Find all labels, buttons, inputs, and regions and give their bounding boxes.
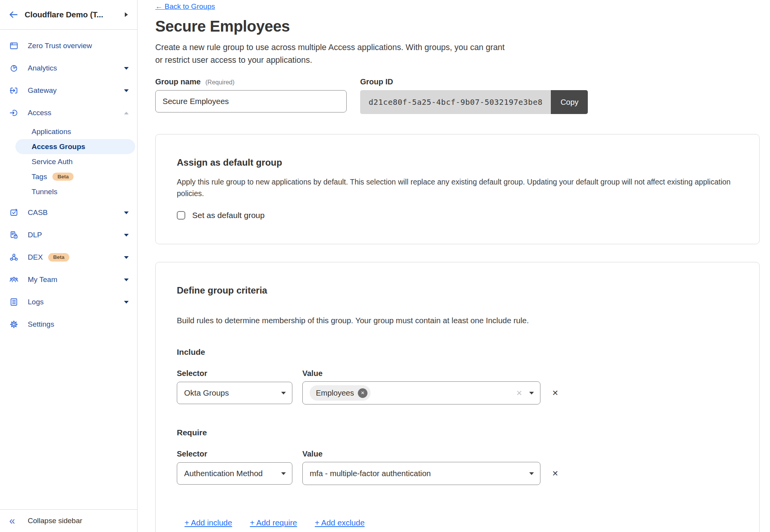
chevron-down-icon — [124, 89, 129, 92]
chevron-down-icon — [124, 256, 129, 259]
sidebar-item-my-team[interactable]: My Team — [0, 269, 137, 291]
criteria-card: Define group criteria Build rules to det… — [155, 262, 760, 532]
include-rule-row: Okta Groups Employees — [177, 381, 738, 404]
group-name-label: Group name — [155, 77, 201, 86]
sidebar-item-gateway[interactable]: Gateway — [0, 79, 137, 102]
criteria-card-description: Build rules to determine membership of t… — [177, 315, 738, 326]
require-selector-dropdown[interactable]: Authentication Method — [177, 462, 292, 485]
casb-icon — [9, 208, 18, 217]
sidebar-item-label: CASB — [28, 208, 48, 217]
include-value-multiselect[interactable]: Employees — [302, 381, 540, 404]
set-default-label: Set as default group — [192, 211, 265, 220]
remove-include-rule-icon[interactable] — [552, 389, 559, 397]
include-labels-row: Selector Value — [177, 369, 738, 378]
default-group-card: Assign as default group Apply this rule … — [155, 134, 760, 244]
sidebar-item-label: My Team — [28, 275, 57, 284]
chevron-down-icon — [124, 301, 129, 304]
sidebar-item-label: Applications — [32, 128, 71, 136]
set-default-checkbox[interactable] — [177, 211, 185, 220]
sidebar-item-label: DLP — [28, 231, 42, 239]
chevron-down-icon — [124, 211, 129, 214]
require-rule-row: Authentication Method mfa - multiple-fac… — [177, 462, 738, 485]
collapse-sidebar-button[interactable]: « Collapse sidebar — [0, 509, 137, 532]
dlp-icon — [9, 230, 18, 240]
group-id-label: Group ID — [360, 77, 588, 86]
page-description: Create a new rule group to use across mu… — [155, 41, 770, 67]
rule-actions-row: + Add include + Add require + Add exclud… — [185, 518, 738, 527]
back-arrow-icon[interactable] — [8, 10, 18, 20]
add-exclude-link[interactable]: + Add exclude — [315, 518, 364, 527]
gateway-icon — [9, 86, 18, 95]
chevron-down-icon — [529, 472, 534, 475]
group-name-input[interactable] — [155, 90, 347, 112]
collapse-chevrons-icon: « — [9, 516, 15, 526]
chevron-down-icon — [529, 392, 534, 394]
default-checkbox-row: Set as default group — [177, 211, 738, 220]
group-id-field-wrap: Group ID d21ce80f-5a25-4bcf-9b07-5032197… — [360, 77, 588, 114]
require-labels-row: Selector Value — [177, 450, 738, 458]
sidebar-item-casb[interactable]: CASB — [0, 201, 137, 224]
sidebar-item-zero-trust-overview[interactable]: Zero Trust overview — [0, 35, 137, 57]
group-form-row: Group name (Required) Group ID d21ce80f-… — [155, 77, 770, 114]
analytics-icon — [9, 64, 18, 73]
chevron-down-icon — [124, 279, 129, 281]
chip-label: Employees — [316, 389, 354, 398]
sidebar-item-label: Zero Trust overview — [28, 42, 92, 50]
add-require-link[interactable]: + Add require — [250, 518, 297, 527]
chip-remove-icon[interactable] — [358, 388, 367, 398]
require-selector-value: Authentication Method — [184, 469, 263, 478]
sidebar-item-tunnels[interactable]: Tunnels — [15, 184, 135, 199]
require-heading: Require — [177, 428, 738, 438]
beta-badge: Beta — [48, 253, 69, 262]
sidebar-item-label: Logs — [28, 298, 44, 306]
remove-require-rule-icon[interactable] — [552, 470, 559, 477]
add-include-link[interactable]: + Add include — [185, 518, 232, 527]
sidebar-item-access-groups[interactable]: Access Groups — [15, 139, 135, 154]
collapse-sidebar-label: Collapse sidebar — [28, 517, 82, 525]
sidebar-item-tags[interactable]: Tags Beta — [15, 169, 135, 184]
sidebar-item-label: Settings — [28, 320, 54, 329]
include-heading: Include — [177, 347, 738, 357]
logs-icon — [9, 297, 18, 307]
chevron-down-icon — [124, 234, 129, 237]
main-content: ← Back to Groups Secure Employees Create… — [138, 0, 770, 532]
chevron-right-icon[interactable] — [125, 12, 128, 17]
sidebar-item-analytics[interactable]: Analytics — [0, 57, 137, 79]
sidebar-item-label: Tunnels — [32, 188, 57, 196]
sidebar-item-settings[interactable]: Settings — [0, 313, 137, 336]
default-card-title: Assign as default group — [177, 157, 738, 168]
value-label: Value — [302, 450, 322, 458]
value-label: Value — [302, 369, 322, 378]
clear-value-icon[interactable] — [516, 389, 522, 398]
sidebar-item-label: Access — [28, 109, 51, 117]
criteria-card-title: Define group criteria — [177, 285, 738, 296]
sidebar-item-applications[interactable]: Applications — [15, 124, 135, 139]
require-value-dropdown[interactable]: mfa - multiple-factor authentication — [302, 462, 540, 485]
sidebar-header: Cloudflare Demo (T... — [0, 0, 137, 30]
beta-badge: Beta — [52, 173, 74, 181]
sidebar-item-label: Analytics — [28, 64, 57, 72]
sidebar-nav: Zero Trust overview Analytics Gateway Ac… — [0, 30, 137, 336]
dex-icon — [9, 253, 18, 262]
include-selector-value: Okta Groups — [184, 388, 229, 398]
overview-icon — [9, 41, 18, 50]
access-icon — [9, 108, 18, 117]
sidebar-item-dlp[interactable]: DLP — [0, 224, 137, 246]
back-to-groups-link[interactable]: ← Back to Groups — [155, 2, 215, 11]
page-title: Secure Employees — [155, 18, 770, 35]
sidebar-item-dex[interactable]: DEX Beta — [0, 246, 137, 269]
sidebar-item-access[interactable]: Access — [0, 102, 137, 124]
selector-label: Selector — [177, 369, 302, 378]
value-chip: Employees — [310, 385, 371, 401]
sidebar-item-label: Gateway — [28, 86, 57, 95]
sidebar-item-label: Tags — [32, 173, 47, 181]
group-id-value: d21ce80f-5a25-4bcf-9b07-5032197e3be8 — [360, 90, 551, 114]
chevron-down-icon — [281, 472, 286, 475]
sidebar-item-label: Service Auth — [32, 158, 73, 166]
chevron-up-icon — [124, 112, 129, 114]
sidebar-item-service-auth[interactable]: Service Auth — [15, 154, 135, 169]
sidebar-item-logs[interactable]: Logs — [0, 291, 137, 313]
include-selector-dropdown[interactable]: Okta Groups — [177, 382, 292, 404]
copy-button[interactable]: Copy — [551, 90, 588, 114]
page-description-line1: Create a new rule group to use across mu… — [155, 41, 770, 54]
